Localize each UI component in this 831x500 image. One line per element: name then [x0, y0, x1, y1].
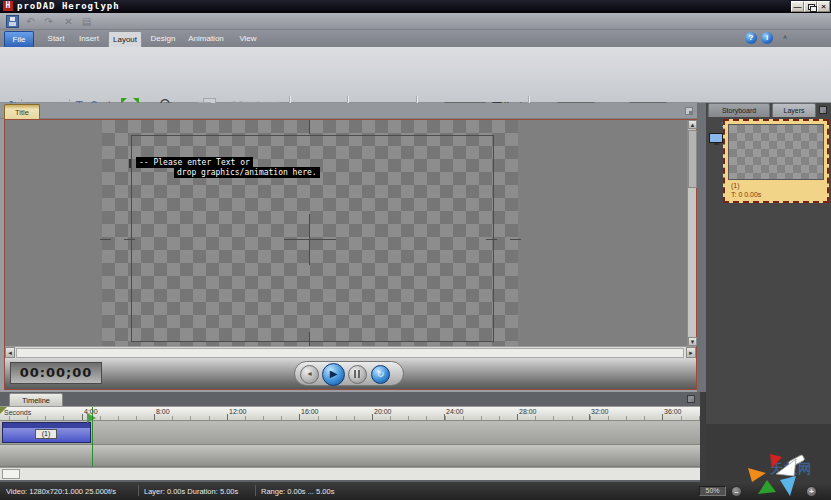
layer-item-time: T: 0 0.00s [731, 191, 761, 198]
layer-item-card[interactable]: (1) T: 0 0.00s [723, 119, 829, 203]
clip-label: (1) [35, 429, 57, 439]
title-bar: H proDAD Heroglyph — × [0, 0, 831, 13]
help-icon[interactable]: ? [745, 32, 757, 44]
scroll-right-icon[interactable]: ► [686, 347, 696, 358]
ruler-unit-label: Seconds [4, 409, 31, 416]
canvas-panel-menu-icon[interactable] [685, 107, 693, 115]
play-button[interactable]: ▶ [322, 363, 345, 386]
ribbon-tab-bar: File Start Insert Layout Design Animatio… [0, 30, 831, 47]
status-layer-info: Layer: 0.00s Duration: 5.00s [144, 487, 238, 496]
timeline-ruler[interactable]: Seconds 4:00 8:00 12:00 16:00 20:00 24:0… [0, 406, 700, 421]
panel-divider [697, 103, 706, 392]
horizontal-scroll-thumb[interactable] [16, 348, 684, 358]
tab-animation[interactable]: Animation [184, 31, 228, 47]
timeline-scrollbar[interactable] [0, 467, 700, 480]
text-cursor [129, 159, 131, 168]
status-range-info: Range: 0.00s ... 5.00s [261, 487, 334, 496]
pause-button[interactable] [348, 365, 367, 384]
left-safe-tick [124, 239, 135, 240]
status-separator [138, 485, 139, 496]
redo-icon[interactable]: ↷ [42, 15, 55, 28]
timeline-track-1[interactable]: (1) [0, 421, 700, 445]
status-video-info: Video: 1280x720:1.000 25.000f/s [6, 487, 116, 496]
info-icon[interactable]: i [761, 32, 773, 44]
tab-timeline[interactable]: Timeline [9, 393, 63, 406]
delete-icon[interactable]: ✕ [62, 15, 75, 28]
timeline-panel-menu-icon[interactable] [687, 395, 695, 403]
list-icon[interactable]: ▤ [80, 15, 93, 28]
tab-title[interactable]: Title [4, 104, 40, 119]
status-bar: Video: 1280x720:1.000 25.000f/s Layer: 0… [0, 482, 831, 500]
tab-design[interactable]: Design [147, 31, 179, 47]
layers-panel: Storyboard Layers 1. (1) T: 0 0.00s pro … [706, 103, 831, 482]
ruler-minor-ticks [0, 416, 700, 420]
monitor-icon[interactable] [709, 133, 723, 143]
minimize-button[interactable]: — [791, 1, 804, 12]
pause-icon [354, 370, 356, 378]
transport-bar: 00:00;00 ◄ ▶ ↻ [4, 358, 697, 390]
vertical-scroll-thumb[interactable] [688, 130, 697, 188]
timeline-panel: Timeline Seconds 4:00 8:00 12:00 16:00 2… [0, 392, 700, 482]
canvas-vertical-scrollbar[interactable]: ▲ ▼ [687, 120, 696, 346]
window-title: proDAD Heroglyph [17, 1, 120, 11]
collapse-ribbon-icon[interactable]: ˄ [783, 34, 787, 41]
app-icon: H [3, 1, 13, 11]
timeline-scroll-thumb[interactable] [2, 469, 20, 479]
timeline-clip[interactable]: (1) [2, 422, 91, 443]
tab-view[interactable]: View [234, 31, 262, 47]
crosshair-icon [284, 239, 336, 240]
placeholder-text-line2[interactable]: drop graphics/animation here. [174, 167, 320, 178]
tab-layers[interactable]: Layers [772, 103, 816, 117]
close-button[interactable]: × [817, 1, 830, 12]
top-center-tick [309, 120, 310, 134]
go-to-start-button[interactable]: ◄ [300, 365, 319, 384]
status-separator [255, 485, 256, 496]
tab-storyboard[interactable]: Storyboard [708, 103, 770, 117]
restore-icon-2 [810, 6, 817, 12]
loop-button[interactable]: ↻ [371, 365, 390, 384]
timeline-start-marker-icon[interactable] [0, 407, 7, 414]
scroll-down-icon[interactable]: ▼ [688, 337, 697, 346]
ribbon: ↻ ⇤ ↔ ⇥ ⊤ ⊕ ⊥ ✓ Align within title safe … [0, 47, 831, 103]
save-icon[interactable] [6, 15, 19, 28]
undo-icon[interactable]: ↶ [24, 15, 37, 28]
playhead[interactable] [92, 407, 93, 467]
tab-layout[interactable]: Layout [108, 31, 142, 47]
scroll-left-icon[interactable]: ◄ [5, 347, 15, 358]
pinwheel-cursor-logo-icon [742, 452, 808, 498]
crosshair-icon [309, 214, 310, 265]
timecode-display: 00:00;00 [10, 362, 102, 384]
layer-item-label: (1) [731, 182, 740, 189]
playback-controls: ◄ ▶ ↻ [294, 361, 404, 386]
scroll-up-icon[interactable]: ▲ [688, 120, 697, 129]
layer-thumbnail [728, 124, 824, 180]
bottom-center-tick [309, 332, 310, 346]
canvas-horizontal-scrollbar[interactable]: ◄ ► [5, 346, 696, 358]
pause-icon [358, 370, 360, 378]
tab-file[interactable]: File [4, 31, 34, 47]
restore-button[interactable] [804, 1, 817, 12]
preview-canvas[interactable]: -- Please enter Text or drop graphics/an… [4, 119, 697, 390]
canvas-tab-bar: Title [0, 103, 706, 119]
application-window: H proDAD Heroglyph — × ↶ ↷ ✕ ▤ File Star… [0, 0, 831, 500]
tab-insert[interactable]: Insert [74, 31, 104, 47]
layers-panel-menu-icon[interactable] [819, 106, 827, 114]
tab-start[interactable]: Start [42, 31, 70, 47]
zoom-out-button[interactable]: – [731, 486, 742, 497]
left-center-tick [100, 239, 111, 240]
zoom-level: 50% [699, 486, 726, 496]
timeline-track-2[interactable] [0, 445, 700, 467]
right-safe-tick [486, 239, 497, 240]
right-center-tick [510, 239, 521, 240]
quick-access-toolbar: ↶ ↷ ✕ ▤ [0, 13, 831, 30]
